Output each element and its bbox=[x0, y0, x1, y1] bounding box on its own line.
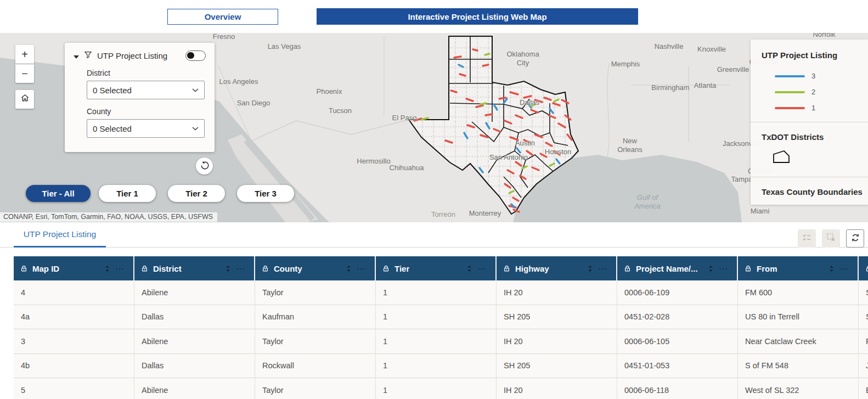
tab-overview[interactable]: Overview bbox=[167, 9, 278, 25]
legend-item-label: 3 bbox=[811, 72, 815, 80]
table-cell: Abilene bbox=[134, 329, 255, 353]
lock-icon bbox=[865, 265, 868, 272]
table-tab-bar: UTP Project Listing bbox=[0, 222, 868, 248]
table-header-row: Map ID···District···County···Tier···High… bbox=[14, 256, 868, 280]
lock-icon bbox=[262, 265, 269, 272]
table-cell: Abilene bbox=[134, 378, 255, 399]
sort-icon[interactable] bbox=[829, 265, 834, 272]
home-icon bbox=[20, 93, 30, 106]
tab-interactive-web-map[interactable]: Interactive Project Listing Web Map bbox=[317, 8, 638, 25]
table-cell: 0006-06-109 bbox=[617, 280, 738, 305]
table-cell: 1 bbox=[376, 329, 497, 353]
table-cell: Kaufman bbox=[255, 305, 376, 329]
column-menu-icon[interactable]: ··· bbox=[478, 265, 487, 273]
column-menu-icon[interactable]: ··· bbox=[357, 265, 366, 273]
app: Overview Interactive Project Listing Web… bbox=[0, 0, 868, 399]
column-header-district[interactable]: District··· bbox=[134, 256, 255, 280]
sort-icon[interactable] bbox=[346, 265, 351, 272]
lock-icon bbox=[503, 265, 510, 272]
table-cell: Taylor bbox=[255, 329, 376, 353]
lock-icon bbox=[382, 265, 390, 272]
table-tab-utp-project-listing[interactable]: UTP Project Listing bbox=[14, 222, 106, 248]
table-row[interactable]: 4bDallasRockwall1SH 2050451-01-053S of F… bbox=[14, 354, 868, 379]
tier-2-button[interactable]: Tier 2 bbox=[168, 185, 225, 202]
home-extent-button[interactable] bbox=[15, 90, 34, 109]
sort-icon[interactable] bbox=[105, 265, 110, 272]
table-cell: Rockwall bbox=[255, 354, 376, 378]
tier-all-button[interactable]: Tier - All bbox=[26, 185, 91, 202]
column-header-tier[interactable]: Tier··· bbox=[376, 256, 497, 280]
table-cell: FM 600 bbox=[738, 280, 859, 305]
toggle-knob bbox=[187, 52, 194, 59]
zoom-out-button[interactable]: − bbox=[15, 64, 34, 83]
filter-toggle[interactable] bbox=[185, 50, 206, 61]
column-header-highway[interactable]: Highway··· bbox=[497, 256, 617, 280]
column-header-label: Project Name/... bbox=[636, 264, 698, 273]
table-cell: 0006-06-105 bbox=[617, 329, 738, 353]
table-body: 4AbileneTaylor1IH 200006-06-109FM 600S4a… bbox=[14, 280, 868, 399]
lock-icon bbox=[745, 265, 752, 272]
table-cell: IH 20 bbox=[497, 280, 617, 305]
table-cell: Abilene bbox=[134, 280, 255, 305]
table-cell: 1 bbox=[376, 378, 497, 399]
reset-tier-button[interactable] bbox=[196, 158, 213, 175]
district-select-value: 0 Selected bbox=[93, 86, 132, 95]
column-header-project-name[interactable]: Project Name/...··· bbox=[617, 256, 738, 280]
clear-selection-button[interactable] bbox=[822, 229, 840, 248]
zoom-in-button[interactable]: + bbox=[15, 45, 34, 64]
table-row[interactable]: 3AbileneTaylor1IH 200006-06-105Near Catc… bbox=[14, 329, 868, 354]
column-header-label: County bbox=[274, 264, 302, 273]
table-row[interactable]: 4aDallasKaufman1SH 2050451-02-028US 80 i… bbox=[14, 305, 868, 330]
legend-section-title: Texas County Boundaries bbox=[762, 187, 868, 196]
column-header-county[interactable]: County··· bbox=[255, 256, 376, 280]
county-select[interactable]: 0 Selected bbox=[87, 119, 205, 138]
sort-icon[interactable] bbox=[588, 265, 593, 272]
table-cell: 4b bbox=[14, 354, 134, 378]
refresh-button[interactable] bbox=[846, 229, 864, 248]
sort-icon[interactable] bbox=[708, 265, 713, 272]
column-menu-icon[interactable]: ··· bbox=[840, 265, 849, 273]
legend-section-title: UTP Project Listing bbox=[762, 50, 868, 60]
map-container: FresnoLas VegasLos AngelesSan DiegoPhoen… bbox=[0, 33, 868, 222]
legend-item-label: 1 bbox=[811, 104, 815, 112]
district-select[interactable]: 0 Selected bbox=[87, 81, 205, 99]
column-header-from[interactable]: From··· bbox=[738, 256, 859, 280]
table-cell: Dallas bbox=[134, 354, 255, 378]
column-header-label: Tier bbox=[394, 264, 409, 273]
column-header-partial[interactable] bbox=[859, 256, 868, 280]
table-cell: E bbox=[859, 378, 868, 399]
table-cell: SH 205 bbox=[497, 354, 617, 378]
legend-item: 3 bbox=[775, 72, 868, 80]
tier-3-button[interactable]: Tier 3 bbox=[237, 185, 294, 202]
clear-selection-icon bbox=[826, 232, 836, 245]
table-row[interactable]: 4AbileneTaylor1IH 200006-06-109FM 600S bbox=[14, 280, 868, 305]
filter-funnel-icon bbox=[84, 50, 92, 61]
table-row[interactable]: 5AbileneTaylor1IH 200006-06-118West of S… bbox=[14, 378, 868, 399]
table-cell: 0451-02-028 bbox=[617, 305, 738, 329]
column-menu-icon[interactable]: ··· bbox=[599, 265, 607, 273]
show-selected-records-button[interactable] bbox=[798, 229, 816, 248]
county-label: County bbox=[87, 107, 206, 116]
table-cell: F bbox=[859, 329, 868, 353]
legend-divider bbox=[751, 122, 868, 122]
table-cell: Taylor bbox=[255, 378, 376, 399]
top-tab-bar: Overview Interactive Project Listing Web… bbox=[0, 0, 868, 33]
column-menu-icon[interactable]: ··· bbox=[116, 265, 125, 273]
column-menu-icon[interactable]: ··· bbox=[719, 265, 728, 273]
collapse-caret-icon[interactable] bbox=[74, 51, 79, 61]
legend-item-label: 2 bbox=[811, 88, 815, 96]
column-menu-icon[interactable]: ··· bbox=[236, 265, 245, 273]
legend-panel: UTP Project Listing 3 2 1 TxDOT District… bbox=[751, 40, 868, 205]
table-cell: 1 bbox=[376, 305, 497, 329]
table-cell: S bbox=[859, 280, 868, 305]
table-cell: SH 205 bbox=[497, 305, 617, 329]
legend-line-swatch bbox=[775, 107, 805, 109]
sort-icon[interactable] bbox=[467, 265, 472, 272]
table-cell: 0451-01-053 bbox=[617, 354, 738, 378]
legend-item: 1 bbox=[775, 104, 868, 112]
show-selected-records-icon bbox=[802, 232, 812, 245]
column-header-map-id[interactable]: Map ID··· bbox=[14, 256, 134, 280]
sort-icon[interactable] bbox=[226, 265, 230, 272]
tier-1-button[interactable]: Tier 1 bbox=[99, 185, 156, 202]
table-cell: S bbox=[859, 305, 868, 329]
